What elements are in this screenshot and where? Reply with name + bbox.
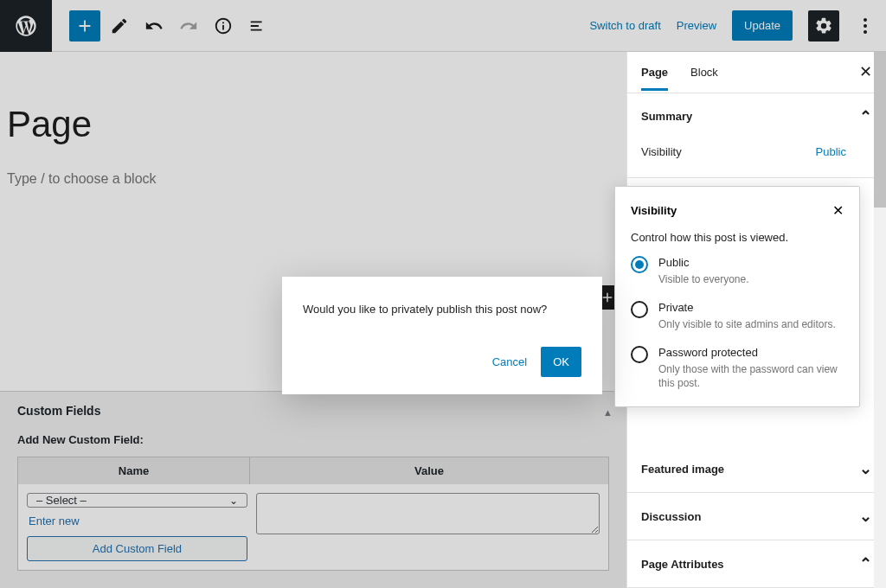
custom-fields-title: Custom Fields (17, 404, 100, 418)
option-label: Password protected (658, 346, 844, 359)
update-button[interactable]: Update (732, 10, 793, 41)
close-sidebar-icon[interactable]: ✕ (859, 64, 872, 80)
visibility-popover-description: Control how this post is viewed. (631, 231, 844, 244)
column-header-name: Name (18, 457, 250, 484)
option-label: Public (658, 256, 749, 269)
panel-summary-title: Summary (641, 110, 692, 123)
switch-to-draft-button[interactable]: Switch to draft (589, 19, 660, 32)
visibility-label: Visibility (641, 145, 682, 158)
outline-icon[interactable] (242, 10, 273, 42)
block-placeholder[interactable]: Type / to choose a block (0, 171, 626, 187)
option-description: Visible to everyone. (658, 272, 749, 287)
visibility-option-password[interactable]: Password protected Only those with the p… (631, 346, 844, 392)
add-custom-field-button[interactable]: Add Custom Field (27, 536, 247, 561)
radio-icon (631, 256, 648, 273)
dialog-message: Would you like to privately publish this… (303, 303, 581, 316)
column-header-value: Value (250, 457, 608, 484)
tab-page[interactable]: Page (641, 54, 668, 91)
visibility-option-private[interactable]: Private Only visible to site admins and … (631, 301, 844, 332)
panel-discussion-title: Discussion (641, 510, 701, 523)
option-description: Only visible to site admins and editors. (658, 317, 836, 332)
field-value-textarea[interactable] (256, 493, 600, 534)
enter-new-link[interactable]: Enter new (29, 514, 247, 527)
chevron-up-icon: ⌃ (859, 107, 872, 126)
preview-button[interactable]: Preview (677, 19, 716, 32)
select-placeholder-text: – Select – (36, 494, 87, 507)
panel-featured-image-title: Featured image (641, 463, 724, 476)
panel-page-attributes-title: Page Attributes (641, 558, 724, 571)
visibility-option-public[interactable]: Public Visible to everyone. (631, 256, 844, 287)
tab-block[interactable]: Block (690, 54, 718, 91)
chevron-down-icon: ⌄ (859, 459, 872, 478)
chevron-down-icon: ⌄ (859, 507, 872, 526)
wordpress-logo[interactable] (0, 0, 52, 52)
visibility-popover-title: Visibility (631, 204, 677, 217)
option-description: Only those with the password can view th… (658, 362, 844, 392)
panel-collapse-caret-icon[interactable]: ▲ (603, 407, 613, 418)
add-new-field-label: Add New Custom Field: (17, 433, 609, 446)
confirm-private-publish-dialog: Would you like to privately publish this… (282, 277, 602, 394)
visibility-popover: Visibility ✕ Control how this post is vi… (614, 186, 860, 407)
chevron-down-icon: ⌄ (229, 495, 238, 507)
add-block-button[interactable] (69, 10, 100, 42)
page-title[interactable]: Page (0, 104, 626, 145)
custom-fields-panel: Custom Fields ▲ Add New Custom Field: Na… (0, 391, 626, 588)
undo-icon[interactable] (138, 10, 170, 42)
editor-top-toolbar: Switch to draft Preview Update (0, 0, 886, 52)
radio-icon (631, 301, 648, 318)
panel-discussion-header[interactable]: Discussion ⌄ (627, 493, 886, 540)
window-scrollbar[interactable] (874, 52, 886, 588)
radio-icon (631, 346, 648, 363)
panel-featured-image-header[interactable]: Featured image ⌄ (627, 445, 886, 492)
redo-icon (173, 10, 204, 42)
settings-gear-icon[interactable] (808, 10, 839, 42)
field-name-select[interactable]: – Select – ⌄ (27, 493, 247, 508)
info-icon[interactable] (208, 10, 239, 42)
dialog-ok-button[interactable]: OK (541, 347, 581, 377)
option-label: Private (658, 301, 836, 314)
visibility-value-link[interactable]: Public (816, 145, 872, 158)
edit-icon[interactable] (104, 10, 135, 42)
panel-summary-header[interactable]: Summary ⌃ (627, 93, 886, 140)
close-popover-icon[interactable]: ✕ (832, 202, 844, 219)
chevron-up-icon: ⌃ (859, 554, 872, 573)
panel-page-attributes-header[interactable]: Page Attributes ⌃ (627, 540, 886, 587)
more-options-icon[interactable] (855, 18, 876, 34)
dialog-cancel-button[interactable]: Cancel (492, 355, 527, 368)
